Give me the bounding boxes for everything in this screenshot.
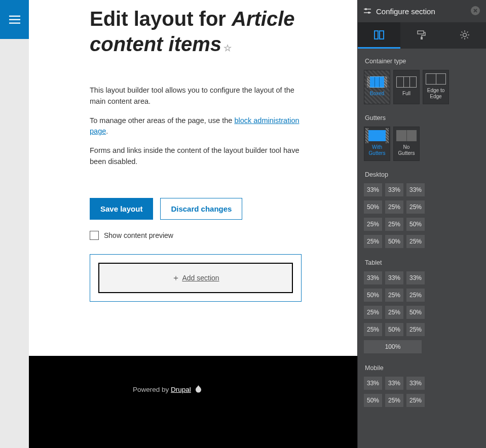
svg-line-19 xyxy=(467,31,468,32)
paint-roller-icon xyxy=(417,30,427,40)
close-panel-button[interactable] xyxy=(471,6,480,17)
sliders-icon xyxy=(364,8,371,15)
drupal-link[interactable]: Drupal xyxy=(171,386,191,393)
page-title: Edit layout for Article content items☆ xyxy=(90,6,302,57)
svg-line-20 xyxy=(461,37,462,38)
column-chip: 25% xyxy=(406,200,425,214)
container-edge[interactable]: Edge to Edge xyxy=(423,70,449,104)
layout-canvas: ＋ Add section xyxy=(90,254,302,302)
svg-point-12 xyxy=(463,33,466,36)
desc-line-3: Forms and links inside the content of th… xyxy=(90,145,302,168)
gear-icon xyxy=(460,30,470,40)
gutters-label: Gutters xyxy=(365,114,480,121)
svg-rect-1 xyxy=(9,19,20,20)
svg-point-6 xyxy=(368,12,370,14)
description: This layout builder tool allows you to c… xyxy=(90,85,302,168)
column-chip: 33% xyxy=(385,377,403,390)
edge-swatch-icon xyxy=(426,73,446,85)
column-chip: 50% xyxy=(364,289,382,302)
column-chip: 25% xyxy=(406,394,425,407)
mobile-row[interactable]: 33%33%33% xyxy=(364,377,480,390)
container-type-options: Boxed Full Edge to Edge xyxy=(364,70,480,104)
tab-settings[interactable] xyxy=(443,22,486,49)
column-chip: 50% xyxy=(385,235,403,248)
column-chip: 33% xyxy=(406,377,425,390)
container-type-label: Container type xyxy=(365,58,480,65)
svg-line-18 xyxy=(467,37,468,38)
drupal-icon xyxy=(195,385,202,395)
desktop-row[interactable]: 33%33%33% xyxy=(364,183,480,196)
svg-rect-0 xyxy=(9,15,20,16)
column-chip: 50% xyxy=(364,394,382,407)
container-full[interactable]: Full xyxy=(393,70,420,104)
desktop-row[interactable]: 50%25%25% xyxy=(364,200,480,214)
action-bar: Save layout Discard changes xyxy=(90,198,302,220)
title-prefix: Edit layout for xyxy=(90,8,226,30)
container-boxed[interactable]: Boxed xyxy=(364,70,390,104)
column-chip: 33% xyxy=(385,271,403,284)
column-chip: 25% xyxy=(385,218,403,231)
column-chip: 25% xyxy=(364,306,382,319)
footer-text: Powered by xyxy=(133,386,171,393)
tablet-label: Tablet xyxy=(365,259,480,266)
panel-tabs xyxy=(358,22,486,49)
column-chip: 50% xyxy=(406,218,425,231)
favorite-star-icon[interactable]: ☆ xyxy=(223,43,232,53)
column-chip: 25% xyxy=(385,306,403,319)
column-chip: 33% xyxy=(364,183,382,196)
column-chip: 25% xyxy=(364,323,382,336)
show-preview-toggle[interactable]: Show content preview xyxy=(90,231,302,240)
column-chip: 25% xyxy=(364,235,382,248)
svg-rect-11 xyxy=(421,37,423,39)
add-section-button[interactable]: ＋ Add section xyxy=(98,263,293,293)
full-swatch-icon xyxy=(396,76,417,88)
column-chip: 50% xyxy=(406,306,425,319)
column-chip: 25% xyxy=(385,289,403,302)
desc-line-2: To manage other areas of the page, use t… xyxy=(90,115,302,138)
column-chip: 25% xyxy=(406,235,425,248)
configure-section-panel: Configure section Container type Boxed xyxy=(357,0,486,448)
tab-layout[interactable] xyxy=(358,22,400,49)
mobile-columns: Mobile 33%33%33%50%25%25% xyxy=(364,364,480,407)
svg-rect-9 xyxy=(380,31,384,39)
panel-scroll[interactable]: Container type Boxed Full Edge to Edge G… xyxy=(358,49,486,448)
column-chip: 33% xyxy=(364,377,382,390)
tablet-row[interactable]: 25%25%50% xyxy=(364,306,480,319)
mobile-row[interactable]: 50%25%25% xyxy=(364,394,480,407)
column-chip: 25% xyxy=(406,289,425,302)
mobile-label: Mobile xyxy=(365,364,480,372)
tablet-row[interactable]: 100% xyxy=(364,340,480,353)
footer: Powered by Drupal xyxy=(29,356,357,448)
svg-line-17 xyxy=(461,31,462,32)
column-chip: 33% xyxy=(406,271,425,284)
tablet-row[interactable]: 25%50%25% xyxy=(364,323,480,336)
column-chip: 25% xyxy=(385,200,403,214)
hamburger-icon xyxy=(9,15,20,24)
gutters-options: With Gutters No Gutters xyxy=(364,127,480,161)
checkbox-icon xyxy=(90,231,99,240)
desktop-row[interactable]: 25%25%50% xyxy=(364,218,480,231)
save-layout-button[interactable]: Save layout xyxy=(90,198,153,220)
column-chip: 50% xyxy=(385,323,403,336)
tablet-row[interactable]: 33%33%33% xyxy=(364,271,480,284)
tablet-row[interactable]: 50%25%25% xyxy=(364,289,480,302)
layout-icon xyxy=(374,30,384,40)
tab-style[interactable] xyxy=(400,22,443,49)
column-chip: 33% xyxy=(385,183,403,196)
show-preview-label: Show content preview xyxy=(104,231,173,239)
menu-toggle[interactable] xyxy=(0,0,29,39)
gutters-with[interactable]: With Gutters xyxy=(364,127,390,161)
gutters-without[interactable]: No Gutters xyxy=(393,127,420,161)
column-chip: 50% xyxy=(364,200,382,214)
tablet-columns: Tablet 33%33%33%50%25%25%25%25%50%25%50%… xyxy=(364,259,480,353)
svg-rect-8 xyxy=(375,31,378,39)
svg-rect-10 xyxy=(418,31,424,34)
desktop-columns: Desktop 33%33%33%50%25%25%25%25%50%25%50… xyxy=(364,171,480,248)
column-chip: 100% xyxy=(364,340,422,353)
with-gutters-icon xyxy=(367,130,387,141)
no-gutters-icon xyxy=(396,130,417,141)
svg-rect-2 xyxy=(9,22,20,23)
discard-changes-button[interactable]: Discard changes xyxy=(160,198,242,220)
close-icon xyxy=(471,6,480,15)
desktop-row[interactable]: 25%50%25% xyxy=(364,235,480,248)
